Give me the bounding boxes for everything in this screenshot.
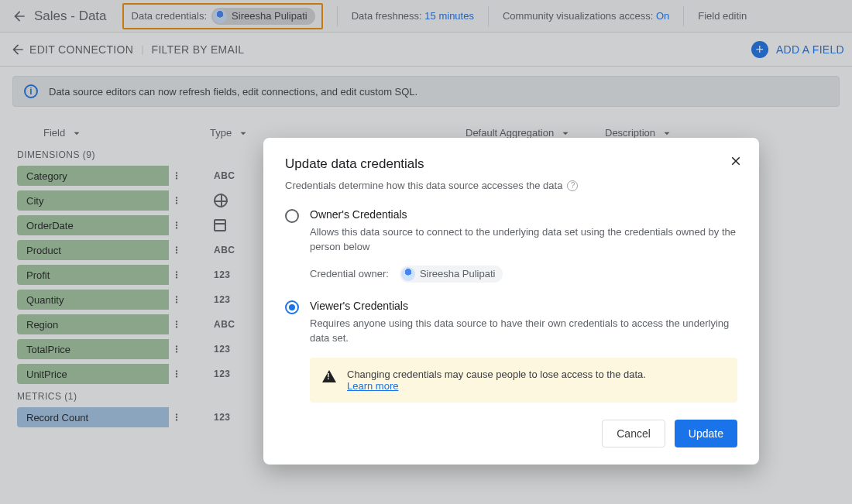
owners-desc: Allows this data source to connect to th… <box>310 225 737 255</box>
dialog-subtitle: Credentials determine how this data sour… <box>285 180 562 191</box>
help-icon[interactable]: ? <box>567 180 578 191</box>
radio-owners[interactable] <box>285 209 299 223</box>
viewers-title: Viewer's Credentials <box>310 300 737 312</box>
warning-icon <box>322 370 336 382</box>
viewers-desc: Requires anyone using this data source t… <box>310 317 737 346</box>
radio-viewers[interactable] <box>285 300 299 314</box>
dialog-title: Update data credentials <box>285 156 737 172</box>
learn-more-link[interactable]: Learn more <box>347 380 398 392</box>
credential-owner-name: Sireesha Pulipati <box>420 268 496 279</box>
close-icon[interactable] <box>727 152 745 170</box>
update-credentials-dialog: Update data credentials Credentials dete… <box>263 138 759 465</box>
credential-owner-label: Credential owner: <box>310 268 389 279</box>
warning-text: Changing credentials may cause people to… <box>347 369 646 380</box>
owners-title: Owner's Credentials <box>310 208 737 221</box>
avatar-icon <box>401 267 415 281</box>
warning-box: Changing credentials may cause people to… <box>310 358 737 403</box>
cancel-button[interactable]: Cancel <box>602 420 665 447</box>
viewers-credentials-option[interactable]: Viewer's Credentials Requires anyone usi… <box>285 300 737 403</box>
update-button[interactable]: Update <box>675 420 737 447</box>
owners-credentials-option[interactable]: Owner's Credentials Allows this data sou… <box>285 208 737 283</box>
credential-owner-chip: Sireesha Pulipati <box>400 266 503 283</box>
